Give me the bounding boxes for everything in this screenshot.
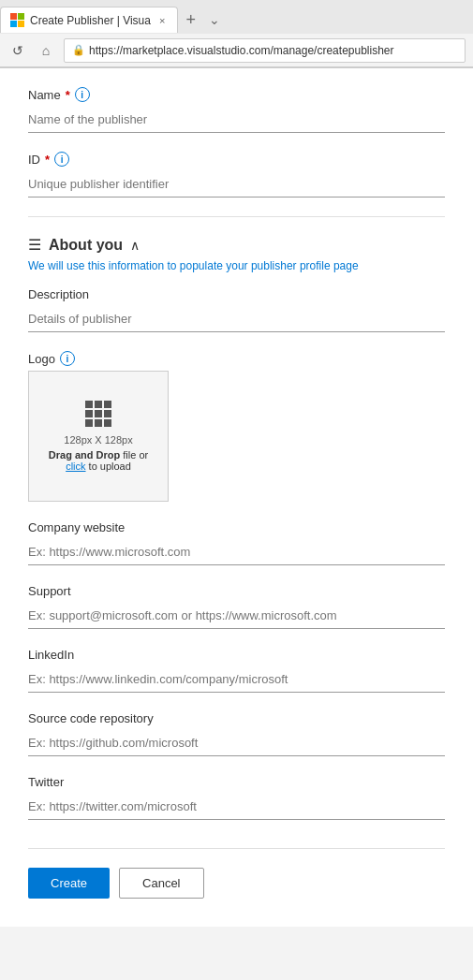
tab-title: Create Publisher | Visua <box>30 14 151 27</box>
linkedin-input[interactable] <box>28 666 445 693</box>
address-text: https://marketplace.visualstudio.com/man… <box>89 44 394 57</box>
company-field-group: Company website <box>28 520 445 565</box>
section-title: About you <box>49 237 123 254</box>
home-button[interactable]: ⌂ <box>36 40 56 61</box>
tab-menu-button[interactable]: ⌄ <box>203 12 226 27</box>
name-info-icon[interactable]: i <box>75 87 90 102</box>
logo-drag-middle: file or <box>120 449 148 461</box>
refresh-button[interactable]: ↺ <box>7 40 28 61</box>
twitter-label: Twitter <box>28 775 445 789</box>
source-label: Source code repository <box>28 711 445 725</box>
logo-info-icon[interactable]: i <box>60 351 75 366</box>
address-bar-row: ↺ ⌂ 🔒 https://marketplace.visualstudio.c… <box>0 34 473 67</box>
id-field-group: ID * i <box>28 152 445 197</box>
collapse-button[interactable]: ∧ <box>130 238 140 253</box>
cancel-button[interactable]: Cancel <box>119 868 203 899</box>
logo-label: Logo i <box>28 351 445 366</box>
linkedin-label: LinkedIn <box>28 648 445 662</box>
about-you-section-header: ☰ About you ∧ <box>28 236 445 254</box>
section-subtitle: We will use this information to populate… <box>28 259 445 272</box>
logo-drag-end: to upload <box>86 461 131 472</box>
support-label: Support <box>28 584 445 598</box>
tab-close-button[interactable]: × <box>156 14 168 27</box>
support-input[interactable] <box>28 603 445 629</box>
twitter-input[interactable] <box>28 794 445 820</box>
id-label: ID * i <box>28 152 445 167</box>
lock-icon: 🔒 <box>72 44 85 56</box>
page-content: Name * i ID * i ☰ About you ∧ We will us… <box>0 68 473 927</box>
name-label: Name * i <box>28 87 445 102</box>
section-icon: ☰ <box>28 236 41 254</box>
logo-grid-icon <box>85 401 111 427</box>
logo-field-group: Logo i 128px X 128px Drag and Drop file … <box>28 351 445 502</box>
address-bar[interactable]: 🔒 https://marketplace.visualstudio.com/m… <box>64 38 466 63</box>
logo-drag-text: Drag and Drop file or click to upload <box>49 449 148 472</box>
logo-drag-bold: Drag and Drop <box>49 449 120 461</box>
logo-size-text: 128px X 128px <box>64 434 132 446</box>
id-required: * <box>45 153 50 167</box>
name-input[interactable] <box>28 107 445 133</box>
browser-chrome: Create Publisher | Visua × + ⌄ ↺ ⌂ 🔒 htt… <box>0 0 473 68</box>
description-field-group: Description <box>28 287 445 332</box>
tab-favicon <box>10 13 24 27</box>
name-required: * <box>66 88 70 102</box>
description-label: Description <box>28 287 445 301</box>
tab-bar: Create Publisher | Visua × + ⌄ <box>0 0 473 34</box>
id-input[interactable] <box>28 171 445 197</box>
create-button[interactable]: Create <box>28 868 110 899</box>
id-info-icon[interactable]: i <box>54 152 69 167</box>
active-tab[interactable]: Create Publisher | Visua × <box>0 7 178 33</box>
company-label: Company website <box>28 520 445 534</box>
logo-upload-area[interactable]: 128px X 128px Drag and Drop file or clic… <box>28 371 169 502</box>
support-field-group: Support <box>28 584 445 629</box>
description-input[interactable] <box>28 306 445 332</box>
source-input[interactable] <box>28 730 445 756</box>
name-field-group: Name * i <box>28 87 445 133</box>
button-row: Create Cancel <box>28 848 445 899</box>
linkedin-field-group: LinkedIn <box>28 648 445 693</box>
company-input[interactable] <box>28 539 445 565</box>
source-field-group: Source code repository <box>28 711 445 756</box>
section-divider <box>28 216 445 217</box>
twitter-field-group: Twitter <box>28 775 445 820</box>
logo-click-link[interactable]: click <box>66 461 85 472</box>
new-tab-button[interactable]: + <box>178 10 203 30</box>
